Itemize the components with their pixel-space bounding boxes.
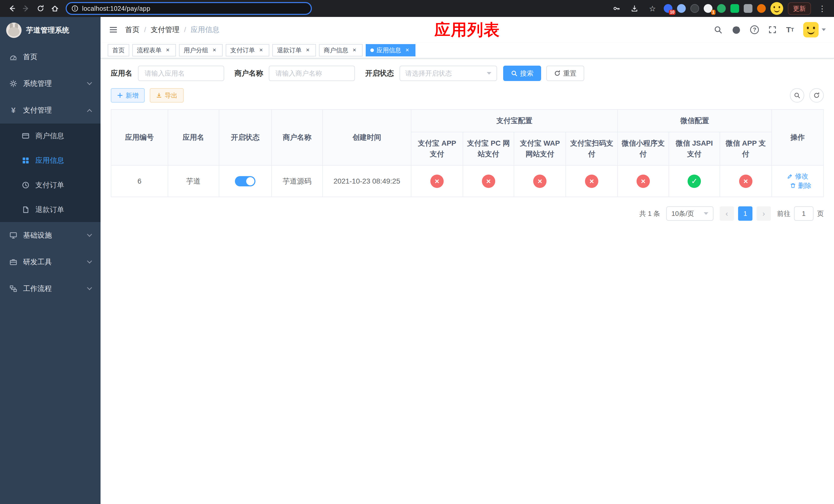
- cross-icon: ×: [533, 175, 547, 188]
- tab-home[interactable]: 首页: [108, 44, 129, 56]
- breadcrumb-pay[interactable]: 支付管理: [151, 25, 179, 35]
- breadcrumb-home[interactable]: 首页: [125, 25, 139, 35]
- col-wx-lite: 微信小程序支付: [618, 132, 668, 165]
- reload-icon[interactable]: [34, 2, 47, 15]
- sidebar-item-devtools[interactable]: 研发工具: [0, 249, 101, 275]
- pencil-icon: [787, 173, 793, 180]
- extension-icon-7[interactable]: [757, 4, 766, 13]
- add-button[interactable]: 新增: [111, 88, 145, 102]
- close-icon[interactable]: ×: [404, 47, 411, 54]
- screen: localhost:1024/pay/app ☆ 10 1: [0, 0, 834, 504]
- url-bar[interactable]: localhost:1024/pay/app: [66, 2, 312, 15]
- url-text: localhost:1024/pay/app: [82, 5, 150, 12]
- user-avatar[interactable]: [803, 22, 826, 38]
- close-icon[interactable]: ×: [164, 47, 171, 54]
- pay-submenu: 商户信息 应用信息 支付订单 退款订单: [0, 123, 101, 222]
- close-icon[interactable]: ×: [304, 47, 311, 54]
- browser-profile-avatar[interactable]: [770, 2, 783, 15]
- status-select[interactable]: 请选择开启状态: [399, 66, 497, 81]
- col-actions: 操作: [772, 110, 824, 165]
- extension-icon-2[interactable]: [677, 4, 686, 13]
- cell-wx-lite: ×: [618, 165, 668, 197]
- status-toggle[interactable]: [235, 176, 256, 186]
- extension-icon-5[interactable]: [717, 4, 726, 13]
- search-icon: [794, 92, 800, 99]
- search-button[interactable]: 搜索: [503, 66, 541, 81]
- merchant-name-input[interactable]: [269, 66, 355, 81]
- toggle-search-button[interactable]: [790, 88, 804, 102]
- chevron-down-icon: [822, 28, 826, 31]
- extension-icon-4[interactable]: 1: [704, 4, 712, 13]
- page-size-select[interactable]: 10条/页: [666, 206, 714, 221]
- home-icon[interactable]: [48, 2, 62, 15]
- table-row: 6 芋道 芋道源码 2021-10-23 08:49:25 × × × × ×: [111, 165, 824, 197]
- sidebar-item-merchant-info[interactable]: 商户信息: [0, 123, 101, 148]
- check-icon: ✓: [687, 175, 701, 188]
- extension-icon-3[interactable]: [690, 4, 699, 13]
- sidebar-item-refund-order[interactable]: 退款订单: [0, 198, 101, 222]
- cross-icon: ×: [739, 175, 752, 188]
- tags-view: 首页 流程表单 × 用户分组 × 支付订单 × 退款订单 ×: [101, 43, 834, 59]
- next-page-button[interactable]: ›: [756, 206, 771, 221]
- search-icon[interactable]: [714, 25, 722, 34]
- help-icon[interactable]: ?: [750, 25, 759, 34]
- browser-menu-icon[interactable]: ⋮: [815, 2, 829, 15]
- total-count: 共 1 条: [639, 209, 660, 218]
- sidebar-item-pay[interactable]: ¥ 支付管理: [0, 97, 101, 123]
- col-alipay-app: 支付宝 APP 支付: [411, 132, 463, 165]
- update-button[interactable]: 更新: [788, 2, 811, 15]
- cell-alipay-app: ×: [411, 165, 463, 197]
- app-name-input[interactable]: [138, 66, 224, 81]
- github-icon[interactable]: [732, 25, 741, 35]
- share-icon[interactable]: [628, 2, 641, 15]
- prev-page-button[interactable]: ‹: [720, 206, 734, 221]
- back-icon[interactable]: [5, 2, 19, 15]
- col-wx-jsapi: 微信 JSAPI 支付: [669, 132, 720, 165]
- tab-merchant-info[interactable]: 商户信息 ×: [319, 44, 363, 56]
- cell-merchant: 芋道源码: [271, 165, 323, 197]
- breadcrumb: 首页 / 支付管理 / 应用信息: [125, 25, 220, 35]
- tab-user-group[interactable]: 用户分组 ×: [179, 44, 223, 56]
- close-icon[interactable]: ×: [258, 47, 265, 54]
- delete-link[interactable]: 删除: [790, 181, 811, 190]
- app-name-label: 应用名: [111, 68, 132, 78]
- tab-process-form[interactable]: 流程表单 ×: [132, 44, 176, 56]
- extension-icon-6[interactable]: [730, 4, 739, 13]
- bookmark-star-icon[interactable]: ☆: [646, 2, 659, 15]
- monitor-icon: [9, 231, 18, 239]
- collapse-sidebar-icon[interactable]: [109, 25, 118, 35]
- extension-icon-1[interactable]: 10: [664, 4, 673, 13]
- cell-alipay-qr: ×: [566, 165, 618, 197]
- sidebar-item-workflow[interactable]: 工作流程: [0, 275, 101, 302]
- site-info-icon[interactable]: [71, 5, 79, 12]
- export-button[interactable]: 导出: [150, 88, 184, 102]
- sidebar-item-home[interactable]: 首页: [0, 44, 101, 70]
- sidebar-item-app-info[interactable]: 应用信息: [0, 148, 101, 173]
- close-icon[interactable]: ×: [211, 47, 218, 54]
- grid-icon: [22, 156, 30, 165]
- reset-button[interactable]: 重置: [546, 66, 584, 81]
- close-icon[interactable]: ×: [351, 47, 358, 54]
- col-alipay-wap: 支付宝 WAP 网站支付: [514, 132, 566, 165]
- sidebar-item-pay-order[interactable]: 支付订单: [0, 173, 101, 198]
- cell-status: [219, 165, 271, 197]
- cell-wx-jsapi: ✓: [669, 165, 720, 197]
- tab-pay-order[interactable]: 支付订单 ×: [226, 44, 269, 56]
- edit-link[interactable]: 修改: [787, 172, 808, 181]
- refresh-table-button[interactable]: [809, 88, 824, 102]
- page-number-1[interactable]: 1: [738, 206, 752, 221]
- font-size-icon[interactable]: TT: [786, 25, 794, 34]
- col-alipay-pc: 支付宝 PC 网站支付: [463, 132, 514, 165]
- cell-created: 2021-10-23 08:49:25: [323, 165, 411, 197]
- tab-app-info[interactable]: 应用信息 ×: [366, 44, 415, 56]
- sidebar-item-infra[interactable]: 基础设施: [0, 222, 101, 249]
- extensions-puzzle-icon[interactable]: [744, 4, 752, 13]
- fullscreen-icon[interactable]: [768, 25, 777, 34]
- tab-refund-order[interactable]: 退款订单 ×: [272, 44, 316, 56]
- goto-page-input[interactable]: [794, 206, 813, 221]
- app-logo[interactable]: 芋道管理系统: [0, 17, 101, 44]
- password-key-icon[interactable]: [610, 2, 623, 15]
- group-wechat-config: 微信配置: [618, 110, 771, 132]
- sidebar-item-system[interactable]: 系统管理: [0, 70, 101, 97]
- refresh-icon: [813, 92, 820, 99]
